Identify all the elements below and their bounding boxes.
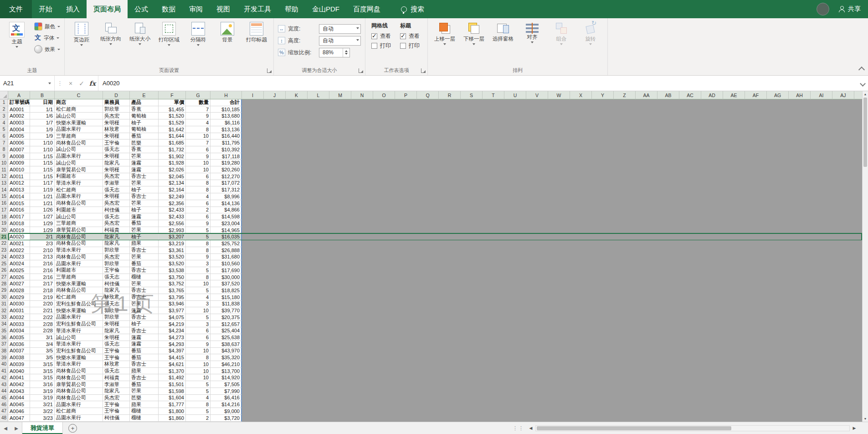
- cell-C12[interactable]: 利園超市: [55, 173, 103, 180]
- column-header-AE[interactable]: AE: [723, 91, 745, 99]
- cell-D7[interactable]: 王宇倫: [103, 140, 130, 146]
- cell-D16[interactable]: 吳杰宏: [103, 200, 130, 207]
- cell-A4[interactable]: A0003: [8, 119, 30, 126]
- cell-B40[interactable]: 3/15: [30, 361, 55, 368]
- row-header-41[interactable]: 41: [0, 368, 8, 375]
- cell-D31[interactable]: 張天志: [103, 301, 130, 308]
- cell-B1[interactable]: 日期: [30, 99, 55, 106]
- cell-B2[interactable]: 1/1: [30, 106, 55, 113]
- cell-H40[interactable]: $46,210: [211, 361, 242, 368]
- cell-C30[interactable]: 松仁超商: [55, 294, 103, 301]
- cell-C18[interactable]: 誠山公司: [55, 213, 103, 220]
- scroll-up-icon[interactable]: ▲: [863, 91, 868, 97]
- column-header-AH[interactable]: AH: [789, 91, 811, 99]
- colors-button[interactable]: 颜色: [32, 21, 62, 31]
- cell-H29[interactable]: $18,825: [211, 287, 242, 294]
- cell-C39[interactable]: 快樂水果運輸: [55, 354, 103, 361]
- column-header-E[interactable]: E: [130, 91, 159, 99]
- name-box[interactable]: A21: [0, 76, 55, 91]
- cell-A9[interactable]: A0008: [8, 153, 30, 160]
- cell-G17[interactable]: 2: [186, 207, 211, 214]
- cell-E6[interactable]: 番茄: [130, 133, 159, 140]
- cell-F6[interactable]: $1,644: [159, 133, 186, 140]
- cell-E23[interactable]: 香吉士: [130, 247, 159, 254]
- horizontal-scrollbar[interactable]: ◀ ▶: [527, 422, 858, 434]
- cell-E11[interactable]: 蓮霧: [130, 166, 159, 173]
- ribbon-tab-文件[interactable]: 文件: [0, 0, 32, 18]
- sheet-tab[interactable]: 雜貨清單: [22, 422, 63, 434]
- cell-B19[interactable]: 1/29: [30, 220, 55, 227]
- row-header-30[interactable]: 30: [0, 294, 8, 301]
- cell-F46[interactable]: $1,777: [159, 401, 186, 408]
- scroll-down-icon[interactable]: ▼: [863, 416, 868, 422]
- cell-B26[interactable]: 2/16: [30, 267, 55, 274]
- cell-C32[interactable]: 快樂水果運輸: [55, 307, 103, 314]
- cell-A18[interactable]: A0017: [8, 213, 30, 220]
- cell-B28[interactable]: 2/17: [30, 280, 55, 287]
- cell-E48[interactable]: 榴槤: [130, 415, 159, 422]
- cell-F22[interactable]: $3,219: [159, 240, 186, 247]
- cell-H7[interactable]: $11,795: [211, 140, 242, 146]
- cell-A48[interactable]: A0047: [8, 415, 30, 422]
- cell-A32[interactable]: A0031: [8, 307, 30, 314]
- cell-E45[interactable]: 芭樂: [130, 395, 159, 402]
- cell-F11[interactable]: $2,026: [159, 166, 186, 173]
- cell-H41[interactable]: $13,700: [211, 368, 242, 375]
- gridlines-view-checkbox[interactable]: [371, 33, 377, 39]
- cell-H17[interactable]: $4,866: [211, 207, 242, 214]
- cell-B45[interactable]: 3/19: [30, 395, 55, 402]
- row-header-37[interactable]: 37: [0, 341, 8, 348]
- cell-G5[interactable]: 8: [186, 126, 211, 133]
- cell-F10[interactable]: $1,928: [159, 160, 186, 166]
- cell-F33[interactable]: $4,075: [159, 314, 186, 321]
- cell-A37[interactable]: A0036: [8, 341, 30, 348]
- cell-D12[interactable]: 吳杰宏: [103, 173, 130, 180]
- row-header-33[interactable]: 33: [0, 314, 8, 321]
- cell-G28[interactable]: 10: [186, 280, 211, 287]
- row-header-10[interactable]: 10: [0, 160, 8, 166]
- row-header-2[interactable]: 2: [0, 106, 8, 113]
- cell-H28[interactable]: $37,520: [211, 280, 242, 287]
- cell-G7[interactable]: 7: [186, 140, 211, 146]
- spinner-arrows[interactable]: [343, 48, 349, 57]
- cell-C4[interactable]: 快樂水果運輸: [55, 119, 103, 126]
- cell-C38[interactable]: 宏利生鮮食品公司: [55, 348, 103, 355]
- cell-H11[interactable]: $20,260: [211, 166, 242, 173]
- column-header-D[interactable]: D: [103, 91, 130, 99]
- cell-B9[interactable]: 1/15: [30, 153, 55, 160]
- cell-E16[interactable]: 芒果: [130, 200, 159, 207]
- row-header-42[interactable]: 42: [0, 374, 8, 381]
- cell-F5[interactable]: $1,642: [159, 126, 186, 133]
- cell-H3[interactable]: $13,680: [211, 113, 242, 119]
- cell-G45[interactable]: 4: [186, 395, 211, 402]
- cell-C29[interactable]: 尚林食品公司: [55, 287, 103, 294]
- effects-button[interactable]: 效果: [32, 44, 62, 54]
- cell-C40[interactable]: 華清水果行: [55, 361, 103, 368]
- cell-C6[interactable]: 三華超商: [55, 133, 103, 140]
- cell-E27[interactable]: 榴槤: [130, 274, 159, 281]
- cell-A44[interactable]: A0043: [8, 388, 30, 395]
- cell-E25[interactable]: 番茄: [130, 260, 159, 267]
- cell-H42[interactable]: $14,920: [211, 374, 242, 381]
- align-button[interactable]: 对齐: [518, 20, 547, 46]
- row-header-15[interactable]: 15: [0, 193, 8, 200]
- cell-H12[interactable]: $12,270: [211, 173, 242, 180]
- cell-B35[interactable]: 2/28: [30, 327, 55, 334]
- cell-E20[interactable]: 芒果: [130, 227, 159, 234]
- cell-G8[interactable]: 6: [186, 146, 211, 153]
- cell-H16[interactable]: $14,136: [211, 200, 242, 207]
- cell-A21[interactable]: A0020: [8, 233, 30, 240]
- cell-C1[interactable]: 商店: [55, 99, 103, 106]
- cell-F19[interactable]: $2,556: [159, 220, 186, 227]
- column-header-AB[interactable]: AB: [657, 91, 679, 99]
- cell-G20[interactable]: 5: [186, 227, 211, 234]
- cell-F3[interactable]: $1,520: [159, 113, 186, 119]
- column-header-AD[interactable]: AD: [701, 91, 723, 99]
- margins-button[interactable]: 页边距: [67, 20, 96, 47]
- cell-F23[interactable]: $3,361: [159, 247, 186, 254]
- cell-F38[interactable]: $4,397: [159, 348, 186, 355]
- row-header-43[interactable]: 43: [0, 381, 8, 388]
- row-header-11[interactable]: 11: [0, 166, 8, 173]
- cell-B38[interactable]: 3/5: [30, 348, 55, 355]
- row-header-39[interactable]: 39: [0, 354, 8, 361]
